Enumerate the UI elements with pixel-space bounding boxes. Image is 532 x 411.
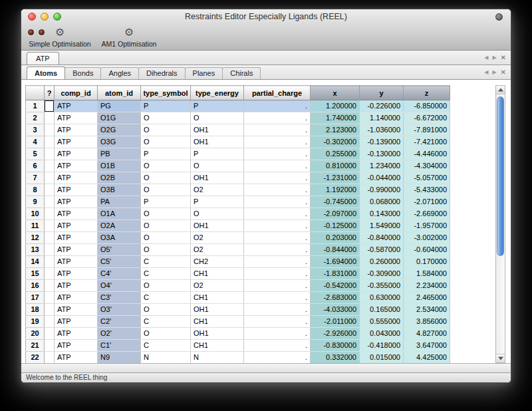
grid-cell[interactable]: OH1 — [191, 328, 244, 340]
grid-cell[interactable]: -0.044000 — [360, 172, 404, 184]
row-label[interactable]: 19 — [26, 316, 45, 328]
grid-cell[interactable] — [45, 328, 55, 340]
row-label[interactable]: 21 — [26, 340, 45, 352]
grid-cell[interactable]: -1.957000 — [404, 220, 450, 232]
row-label[interactable]: 10 — [26, 208, 45, 220]
grid-cell[interactable]: O3A — [98, 232, 141, 244]
grid-cell[interactable]: -5.057000 — [404, 172, 450, 184]
grid-cell[interactable]: ATP — [55, 352, 98, 364]
row-label[interactable]: 20 — [26, 328, 45, 340]
grid-cell[interactable]: -0.226000 — [360, 100, 404, 112]
grid-cell[interactable]: . — [244, 160, 311, 172]
grid-cell[interactable]: -0.745000 — [311, 196, 360, 208]
grid-cell[interactable] — [45, 196, 55, 208]
grid-cell[interactable] — [45, 232, 55, 244]
grid-cell[interactable]: PB — [98, 148, 141, 160]
grid-cell[interactable]: -0.990000 — [360, 184, 404, 196]
simple-optimisation-button[interactable]: ⚙ Simple Optimisation — [25, 27, 94, 48]
grid-cell[interactable]: C — [141, 268, 191, 280]
tab-planes[interactable]: Planes — [185, 67, 223, 79]
grid-cell[interactable] — [45, 304, 55, 316]
grid-cell[interactable]: O2B — [98, 172, 141, 184]
grid-cell[interactable]: . — [244, 304, 311, 316]
row-label[interactable]: 9 — [26, 196, 45, 208]
grid-cell[interactable]: ATP — [55, 232, 98, 244]
grid-cell[interactable]: O2 — [191, 244, 244, 256]
column-header-y[interactable]: y — [360, 86, 404, 100]
grid-cell[interactable]: 2.465000 — [404, 292, 450, 304]
grid-cell[interactable]: C — [141, 256, 191, 268]
grid-cell[interactable]: . — [244, 220, 311, 232]
row-label[interactable]: 8 — [26, 184, 45, 196]
row-label[interactable]: 13 — [26, 244, 45, 256]
grid-cell[interactable]: . — [244, 172, 311, 184]
grid-cell[interactable]: ATP — [55, 292, 98, 304]
grid-cell[interactable] — [45, 292, 55, 304]
grid-cell[interactable]: O2A — [98, 220, 141, 232]
grid-cell[interactable]: 1.584000 — [404, 268, 450, 280]
row-label[interactable]: 7 — [26, 172, 45, 184]
row-label[interactable]: 4 — [26, 136, 45, 148]
column-header-z[interactable]: z — [404, 86, 450, 100]
grid-cell[interactable]: O3' — [98, 304, 141, 316]
grid-cell[interactable]: -0.840000 — [360, 232, 404, 244]
grid-cell[interactable]: 0.015000 — [360, 352, 404, 364]
grid-cell[interactable]: . — [244, 268, 311, 280]
grid-cell[interactable]: O4' — [98, 280, 141, 292]
grid-cell[interactable] — [45, 244, 55, 256]
grid-cell[interactable]: -0.587000 — [360, 244, 404, 256]
grid-cell[interactable]: ATP — [55, 340, 98, 352]
grid-cell[interactable]: ATP — [55, 160, 98, 172]
grid-cell[interactable] — [45, 220, 55, 232]
grid-cell[interactable]: O — [141, 172, 191, 184]
grid-cell[interactable] — [45, 112, 55, 124]
grid-cell[interactable]: O2 — [191, 280, 244, 292]
grid-cell[interactable]: O2' — [98, 328, 141, 340]
grid-cell[interactable]: -0.309000 — [360, 268, 404, 280]
grid-cell[interactable]: ATP — [55, 100, 98, 112]
row-label[interactable]: 15 — [26, 268, 45, 280]
grid-cell[interactable]: -2.669000 — [404, 208, 450, 220]
grid-cell[interactable]: . — [244, 148, 311, 160]
grid-cell[interactable]: 1.140000 — [360, 112, 404, 124]
grid-cell[interactable]: 0.068000 — [360, 196, 404, 208]
grid-cell[interactable]: . — [244, 196, 311, 208]
grid-cell[interactable]: -0.355000 — [360, 280, 404, 292]
grid-cell[interactable]: -5.433000 — [404, 184, 450, 196]
grid-cell[interactable]: O — [141, 208, 191, 220]
grid-cell[interactable]: -7.421000 — [404, 136, 450, 148]
grid-cell[interactable]: O — [141, 112, 191, 124]
grid-cell[interactable]: -0.139000 — [360, 136, 404, 148]
grid-cell[interactable]: -0.542000 — [311, 280, 360, 292]
grid-cell[interactable]: O3G — [98, 136, 141, 148]
column-header-type-symbol[interactable]: type_symbol — [141, 86, 191, 100]
grid-cell[interactable]: ATP — [55, 172, 98, 184]
grid-cell[interactable]: P — [141, 100, 191, 112]
grid-cell[interactable]: ATP — [55, 196, 98, 208]
grid-cell[interactable]: . — [244, 352, 311, 364]
grid-cell[interactable]: O5' — [98, 244, 141, 256]
grid-cell[interactable]: ATP — [55, 268, 98, 280]
grid-cell[interactable]: ATP — [55, 124, 98, 136]
grid-cell[interactable] — [45, 268, 55, 280]
grid-cell[interactable]: -4.446000 — [404, 148, 450, 160]
grid-cell[interactable]: OH1 — [191, 124, 244, 136]
grid-cell[interactable]: 3.856000 — [404, 316, 450, 328]
grid-cell[interactable]: . — [244, 316, 311, 328]
grid-cell[interactable]: 0.165000 — [360, 304, 404, 316]
grid-cell[interactable]: 0.043000 — [360, 328, 404, 340]
grid-cell[interactable]: . — [244, 136, 311, 148]
grid-cell[interactable]: O — [191, 208, 244, 220]
grid-cell[interactable]: -2.926000 — [311, 328, 360, 340]
row-label[interactable]: 3 — [26, 124, 45, 136]
grid-cell[interactable]: N9 — [98, 352, 141, 364]
grid-cell[interactable]: . — [244, 328, 311, 340]
grid-cell[interactable]: O — [141, 328, 191, 340]
grid-cell[interactable] — [45, 160, 55, 172]
row-label[interactable]: 12 — [26, 232, 45, 244]
grid-cell[interactable]: OH1 — [191, 136, 244, 148]
tab-scroll-left-icon[interactable]: ◀ — [484, 69, 488, 75]
tab-angles[interactable]: Angles — [100, 67, 139, 79]
grid-cell[interactable]: N — [191, 352, 244, 364]
grid-cell[interactable]: O — [141, 184, 191, 196]
